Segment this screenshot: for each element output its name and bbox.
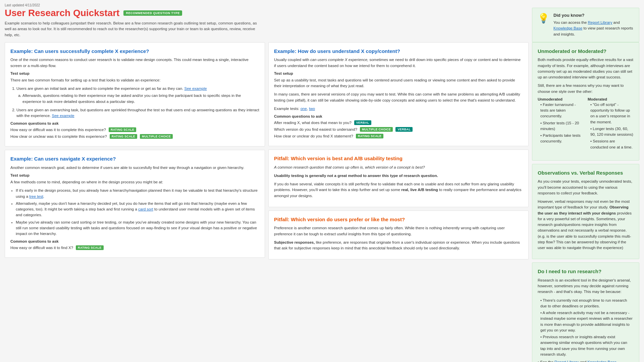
did-you-know-heading: Did you know? [553,13,634,18]
question-row-2: How clear or unclear was it to complete … [10,134,259,139]
card1-test-setup-label: Test setup [10,71,259,75]
moderated-bullets: "Go off script" - opportunity to follow … [588,102,634,150]
tag-rating-scale-2: RATING SCALE [110,134,137,139]
unmoderated-bullets: Faster turnaround - tests are taken conc… [538,102,584,144]
see-example-link-2[interactable]: See example [52,114,74,118]
tag-verbal-2: VERBAL [395,127,413,132]
question-row-mc-verbal: Which version do you find easiest to und… [274,127,523,132]
knowledge-base-link-header[interactable]: Knowledge Base [553,26,582,30]
question-row-nav: How easy or difficult was it to find X? … [10,245,259,250]
card3-test-setup-label: Test setup [274,71,523,75]
last-updated: Last updated 4/11/2022 [5,3,639,7]
card3-test-setup-text2: In many cases, there are several version… [274,92,523,103]
list-item: There's currently not enough time to run… [540,298,634,309]
question-row-rating3: How clear or unclear do you find X state… [274,134,523,138]
card2-test-setup-text: A few methods come to mind, depending on… [10,179,259,185]
card-sort-link[interactable]: card sort [138,207,153,211]
list-item: If it's early in the design process, but… [16,188,259,199]
list-item: Sessions are conducted one at a time. [590,138,634,150]
card-complete-experience: Example: Can users successfully complete… [5,42,265,147]
card-pitfall-ab: Pitfall: Which version is best and A/B u… [268,149,529,207]
bulb-icon: 💡 [538,13,549,24]
question-text: How clear or unclear do you find X state… [274,134,353,138]
card3-intro: Usually coupled with can users complete … [274,57,523,69]
right3-intro: Research is an excellent tool in the des… [538,278,634,295]
right2-para1: As you create your tests, especially unm… [538,179,634,196]
list-item: Participants take tests concurrently. [540,133,584,144]
question-text: How easy or difficult was it to find X? [10,246,73,250]
right1-intro: Both methods provide equally effective r… [538,57,634,80]
right3-bullets: There's currently not enough time to run… [538,298,634,358]
card-need-research: Do I need to run research? Research is a… [532,262,639,362]
page-description: Example scenarios to help colleagues jum… [5,20,260,38]
question-text: After reading X, what does that mean to … [274,121,352,125]
card3-example-tests: Example tests: one, two [274,106,523,112]
list-item: Longer tests (30, 60, 90, 120 minute ses… [590,126,634,138]
card1-test-setup-text: There are two common formats for setting… [10,77,259,83]
list-item: Alternatively, maybe you don't have a hi… [16,201,259,218]
card2-title: Example: Can users navigate X experience… [10,156,259,162]
see-example-link-1[interactable]: See example [184,86,207,90]
page-title: User Research Quickstart [5,8,119,18]
list-item: Maybe you've already ran some card sorti… [16,220,259,237]
sub-list: Afterwards, questions relating to their … [16,93,259,105]
moderated-comparison: Unmoderated Faster turnaround - tests ar… [538,97,634,152]
left-column: Example: Can users successfully complete… [5,42,265,362]
card1-title: Example: Can users successfully complete… [10,48,259,55]
example-test-two[interactable]: two [309,107,315,111]
list-item: A whole research activity may not be a n… [540,310,634,333]
card-pitfall-prefer: Pitfall: Which version do users prefer o… [268,210,529,260]
card3-title: Example: How do users understand X copy/… [274,48,523,55]
card1-intro: One of the most common reasons to conduc… [10,57,259,69]
list-item: Previous research or insights already ex… [540,334,634,357]
right1-sub-intro: Still, there are a few reasons why you m… [538,83,634,95]
card4-warning: Usability testing is generally not a gre… [274,173,523,179]
report-library-link-header[interactable]: Report Library [588,20,612,24]
tag-rating-scale-3: RATING SCALE [356,134,383,138]
card4-text: If you do have several, viable concepts … [274,181,523,199]
card5-subjective: Subjective responses, like preference, a… [274,240,523,251]
did-you-know-text: You can access the Report Library and Kn… [553,20,634,37]
right3-title: Do I need to run research? [538,268,634,275]
card-navigate-experience: Example: Can users navigate X experience… [5,150,265,258]
right2-title: Observations vs. Verbal Responses [538,170,634,176]
tree-test-link[interactable]: tree test [29,194,43,198]
tag-rating-scale-nav: RATING SCALE [76,245,103,250]
card3-intro-italic: can users complete X experience, [310,58,368,62]
card4-intro: A common research question that comes up… [274,165,523,170]
card3-questions-label: Common questions to ask [274,114,523,118]
list-item: "Go off script" - opportunity to follow … [590,102,634,125]
tag-multiple-choice: MULTIPLE CHOICE [140,134,173,139]
right1-title: Unmoderated or Moderated? [538,48,634,55]
card3-test-setup-text: Set up as a usability test, most tasks a… [274,77,523,89]
right3-footer: • See the Report Library and Knowledge B… [538,359,634,362]
did-you-know-box: 💡 Did you know? You can access the Repor… [532,8,639,42]
list-item: Faster turnaround - tests are taken conc… [540,102,584,119]
card-unmoderated: Unmoderated or Moderated? Both methods p… [532,42,639,161]
question-row-verbal1: After reading X, what does that mean to … [274,120,523,125]
center-column: Example: How do users understand X copy/… [268,42,529,362]
tag-verbal-1: VERBAL [354,120,371,125]
card2-intro: Another common research goal, asked to d… [10,165,259,171]
moderated-header: Moderated [588,97,634,101]
right-column: Unmoderated or Moderated? Both methods p… [532,42,639,362]
card2-test-setup-label: Test setup [10,173,259,177]
list-item: Users are given an initial task and are … [16,86,259,105]
card4-title: Pitfall: Which version is best and A/B u… [274,155,523,162]
question-row-1: How easy or difficult was it to complete… [10,127,259,132]
knowledge-base-link-right3[interactable]: Knowledge Base [588,360,616,362]
card5-title: Pitfall: Which version do users prefer o… [274,216,523,223]
card1-questions-label: Common questions to ask [10,121,259,125]
card-copy-content: Example: How do users understand X copy/… [268,42,529,146]
question-text: Which version do you find easiest to und… [274,127,357,131]
recommended-badge: RECOMMENDED QUESTION TYPE [123,10,182,16]
list-item: Shorter tests (15 - 20 minutes) [540,120,584,132]
example-test-one[interactable]: one [301,107,307,111]
card2-questions-label: Common questions to ask [10,239,259,243]
card2-bullets: If it's early in the design process, but… [10,188,259,237]
card-observations: Observations vs. Verbal Responses As you… [532,164,639,259]
report-library-link-right3[interactable]: Report Library [554,360,579,362]
card1-steps-list: Users are given an initial task and are … [10,86,259,119]
right2-para2: However, verbal responses may not even b… [538,199,634,251]
tag-multiple-choice-3: MULTIPLE CHOICE [360,127,393,132]
